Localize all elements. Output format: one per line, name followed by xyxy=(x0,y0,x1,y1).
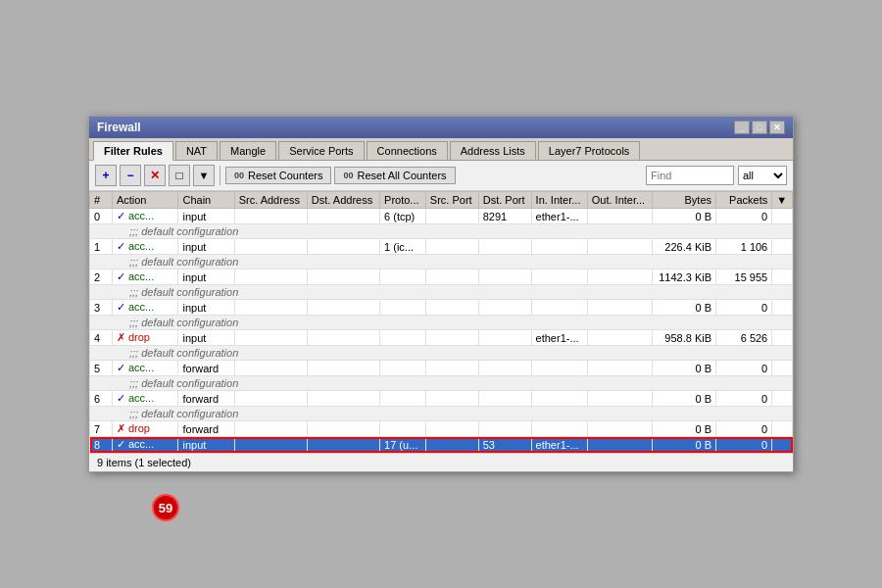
search-dropdown[interactable]: all xyxy=(738,166,787,185)
reset-counters-button[interactable]: 00 Reset Counters xyxy=(225,167,331,184)
col-header-action: Action xyxy=(112,192,178,209)
config-row: ;;; default configuration xyxy=(90,407,793,421)
col-header-src-port: Src. Port xyxy=(425,192,478,209)
title-bar-buttons: _ □ ✕ xyxy=(734,121,785,134)
tab-nat[interactable]: NAT xyxy=(175,141,218,160)
tab-address-lists[interactable]: Address Lists xyxy=(450,141,536,160)
col-header-in-iface: In. Inter... xyxy=(531,192,587,209)
table-row[interactable]: 8✓ acc...input17 (u...53ether1-...0 B0 xyxy=(90,437,793,453)
col-header-packets: Packets xyxy=(716,192,772,209)
rules-table-container: # Action Chain Src. Address Dst. Address… xyxy=(89,191,793,453)
delete-button[interactable]: ✕ xyxy=(144,165,166,186)
filter-icon: ▼ xyxy=(199,170,210,181)
tab-bar: Filter Rules NAT Mangle Service Ports Co… xyxy=(89,138,793,161)
table-header-row: # Action Chain Src. Address Dst. Address… xyxy=(90,192,793,209)
title-bar: Firewall _ □ ✕ xyxy=(89,117,793,138)
col-header-proto: Proto... xyxy=(380,192,426,209)
status-text: 9 items (1 selected) xyxy=(97,457,191,468)
col-header-dst-address: Dst. Address xyxy=(307,192,379,209)
config-row: ;;; default configuration xyxy=(90,255,793,270)
firewall-window: Firewall _ □ ✕ Filter Rules NAT Mangle S… xyxy=(88,116,794,472)
tab-mangle[interactable]: Mangle xyxy=(220,141,276,160)
table-row[interactable]: 1✓ acc...input1 (ic...226.4 KiB1 106 xyxy=(90,239,793,255)
col-header-hash: # xyxy=(90,192,113,209)
config-row: ;;; default configuration xyxy=(90,376,793,391)
disable-button[interactable]: □ xyxy=(169,165,190,186)
rules-table: # Action Chain Src. Address Dst. Address… xyxy=(89,191,793,453)
separator-1 xyxy=(220,166,220,185)
config-row: ;;; default configuration xyxy=(90,346,793,361)
table-row[interactable]: 7✗ dropforward0 B0 xyxy=(90,421,793,437)
toolbar: + − ✕ □ ▼ 00 Reset Counters 00 Reset All… xyxy=(89,161,793,191)
table-row[interactable]: 0✓ acc...input6 (tcp)8291ether1-...0 B0 xyxy=(90,209,793,224)
col-header-src-address: Src. Address xyxy=(234,192,307,209)
col-header-chain: Chain xyxy=(178,192,234,209)
window-title: Firewall xyxy=(97,121,141,134)
tab-layer7-protocols[interactable]: Layer7 Protocols xyxy=(538,141,641,160)
table-row[interactable]: 6✓ acc...forward0 B0 xyxy=(90,391,793,407)
table-row[interactable]: 2✓ acc...input1142.3 KiB15 955 xyxy=(90,270,793,285)
col-header-extra: ▼ xyxy=(772,192,793,209)
search-input[interactable] xyxy=(646,166,734,185)
reset-all-counters-label: Reset All Counters xyxy=(357,170,446,181)
minimize-button[interactable]: _ xyxy=(734,121,750,134)
tab-service-ports[interactable]: Service Ports xyxy=(278,141,364,160)
table-row[interactable]: 3✓ acc...input0 B0 xyxy=(90,300,793,316)
maximize-button[interactable]: □ xyxy=(752,121,767,134)
tab-filter-rules[interactable]: Filter Rules xyxy=(93,141,173,161)
config-row: ;;; default configuration xyxy=(90,316,793,330)
reset-all-counters-button[interactable]: 00 Reset All Counters xyxy=(334,167,455,184)
reset-counters-label: Reset Counters xyxy=(248,170,322,181)
filter-button[interactable]: ▼ xyxy=(193,165,215,186)
config-row: ;;; default configuration xyxy=(90,224,793,239)
table-row[interactable]: 4✗ dropinputether1-...958.8 KiB6 526 xyxy=(90,330,793,346)
tab-connections[interactable]: Connections xyxy=(367,141,448,160)
oo-icon-1: 00 xyxy=(234,171,244,180)
status-bar: 9 items (1 selected) xyxy=(89,453,793,471)
table-row[interactable]: 5✓ acc...forward0 B0 xyxy=(90,361,793,376)
col-header-dst-port: Dst. Port xyxy=(478,192,531,209)
search-container: all xyxy=(646,166,787,185)
close-button[interactable]: ✕ xyxy=(769,121,785,134)
col-header-out-iface: Out. Inter... xyxy=(587,192,652,209)
oo-icon-2: 00 xyxy=(343,171,353,180)
add-button[interactable]: + xyxy=(95,165,117,186)
col-header-bytes: Bytes xyxy=(652,192,715,209)
config-row: ;;; default configuration xyxy=(90,285,793,300)
remove-button[interactable]: − xyxy=(120,165,141,186)
notification-badge: 59 xyxy=(152,494,179,521)
